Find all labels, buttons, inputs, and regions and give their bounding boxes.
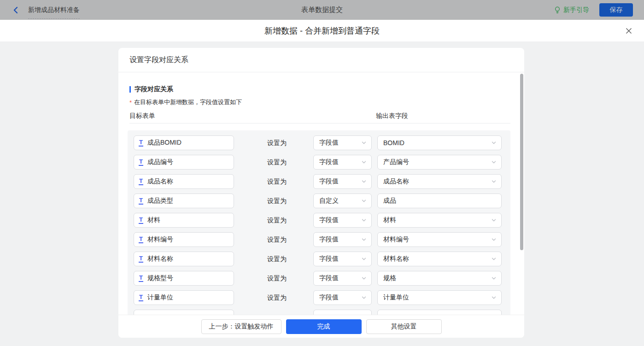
section-title-label: 字段对应关系 [135,85,173,94]
set-as-label: 设置为 [267,232,287,247]
text-field-type-icon: T [139,158,143,166]
text-field-type-icon: T [139,255,143,263]
field-mapping-rows: T 成品BOMID 设置为 字段值 BOMID T 成品编号 设置为 字段值 产… [128,130,510,315]
text-field-type-icon: T [139,197,143,205]
value-mode-selected: 字段值 [319,274,357,282]
value-mode-selected: 字段值 [319,177,357,186]
chevron-down-icon [491,256,497,262]
output-field-select[interactable]: BOMID [377,135,502,150]
value-mode-selected: 字段值 [319,235,357,244]
set-as-label: 设置为 [267,290,287,305]
value-mode-select[interactable]: 字段值 [313,135,372,150]
field-mapping-row: T 成品名称 设置为 字段值 成品名称 [134,174,510,189]
other-settings-button[interactable]: 其他设置 [366,319,442,334]
output-field-select[interactable]: 产品编号 [377,155,502,170]
output-field-select[interactable]: 规格 [377,271,502,286]
set-as-label: 设置为 [267,155,287,170]
chevron-down-icon [361,256,367,262]
chevron-down-icon [361,159,367,165]
set-as-label: 设置为 [267,252,287,266]
card-footer: 上一步：设置触发动作 完成 其他设置 [118,315,524,338]
set-as-label: 设置为 [267,194,287,208]
close-icon[interactable] [625,27,633,35]
field-mapping-row: T 成品类型 设置为 自定义 成品 [134,194,510,208]
chevron-down-icon [361,198,367,204]
target-field-name: 成品BOMID [147,139,181,147]
card-title: 设置字段对应关系 [118,48,524,72]
chevron-down-icon [491,159,497,165]
target-field-input[interactable]: T 材料 [134,213,234,228]
value-mode-select[interactable]: 字段值 [313,252,372,266]
field-mapping-row: T 规格型号 设置为 字段值 规格 [134,271,510,286]
set-as-label: 设置为 [267,213,287,228]
value-mode-selected: 字段值 [319,255,357,263]
field-mapping-row: T 成品编号 设置为 字段值 产品编号 [134,155,510,170]
output-field-select[interactable]: 成品名称 [377,174,502,189]
output-field-select[interactable]: 计量单位 [377,290,502,305]
chevron-down-icon [491,237,497,242]
workflow-title[interactable]: 新增成品材料准备 [28,6,80,14]
output-field-select[interactable]: 材料编号 [377,232,502,247]
value-mode-select[interactable]: 字段值 [313,290,372,305]
value-mode-select[interactable]: 自定义 [313,194,372,208]
field-mapping-row: T 材料 设置为 字段值 材料 [134,213,510,228]
output-field-selected: 材料名称 [383,255,487,263]
chevron-down-icon [491,295,497,300]
target-field-input[interactable]: T 成品BOMID [134,135,234,150]
text-field-type-icon: T [139,139,143,147]
output-field-selected: 材料 [383,216,487,224]
target-field-input[interactable]: T 材料名称 [134,252,234,266]
field-mapping-row: T 材料编号 设置为 字段值 材料编号 [134,232,510,247]
save-button[interactable]: 保存 [599,3,633,17]
target-field-name: 成品名称 [147,177,173,186]
column-headers: 目标表单 输出表字段 [129,112,510,121]
field-mapping-row: T 材料名称 设置为 字段值 材料名称 [134,252,510,266]
chevron-down-icon [491,179,497,184]
card-body: 字段对应关系 * 在目标表单中新增数据，字段值设置如下 目标表单 输出表字段 T… [118,72,524,315]
description-text: 在目标表单中新增数据，字段值设置如下 [134,98,242,106]
target-field-input[interactable]: T 成品名称 [134,174,234,189]
output-field-selected: 成品名称 [383,177,487,186]
value-mode-selected: 字段值 [319,158,357,166]
beginner-guide-link[interactable]: 新手引导 [554,6,589,14]
value-mode-select[interactable]: 字段值 [313,271,372,286]
chevron-down-icon [361,217,367,223]
page-title: 表单数据提交 [0,6,644,14]
modal-body: 设置字段对应关系 字段对应关系 * 在目标表单中新增数据，字段值设置如下 目标表… [0,41,644,346]
chevron-down-icon [361,179,367,184]
value-mode-select[interactable]: 字段值 [313,155,372,170]
value-mode-select[interactable]: 字段值 [313,213,372,228]
topbar: 新增成品材料准备 表单数据提交 新手引导 保存 [0,0,644,20]
scrollbar-thumb[interactable] [520,74,523,250]
output-field-select[interactable] [377,310,502,315]
target-field-input[interactable]: T 材料编号 [134,232,234,247]
set-as-label: 设置为 [267,271,287,286]
column-header-target-form: 目标表单 [129,112,155,120]
target-field-input[interactable]: T 计量单位 [134,290,234,305]
target-field-input[interactable]: T [134,310,234,315]
section-description: * 在目标表单中新增数据，字段值设置如下 [129,98,510,106]
output-field-select[interactable]: 材料 [377,213,502,228]
target-field-input[interactable]: T 成品类型 [134,194,234,208]
target-field-input[interactable]: T 规格型号 [134,271,234,286]
output-field-selected: BOMID [383,139,487,147]
output-field-select[interactable]: 材料名称 [377,252,502,266]
column-header-output-fields: 输出表字段 [376,112,408,120]
value-mode-select[interactable]: 字段值 [313,174,372,189]
set-as-label: 设置为 [267,135,287,150]
done-button[interactable]: 完成 [286,319,362,334]
chevron-down-icon [491,276,497,281]
field-mapping-row: T [134,310,510,315]
field-mapping-row: T 成品BOMID 设置为 字段值 BOMID [134,135,510,150]
target-field-name: 规格型号 [147,274,173,282]
chevron-down-icon [361,237,367,242]
text-field-type-icon: T [139,217,143,224]
text-field-type-icon: T [139,178,143,185]
value-mode-select[interactable] [313,310,372,315]
modal-title: 新增数据 - 合并新增到普通字段 [264,25,380,36]
output-field-select[interactable]: 成品 [377,194,502,208]
back-icon[interactable] [12,6,19,14]
prev-step-button[interactable]: 上一步：设置触发动作 [201,319,281,334]
value-mode-select[interactable]: 字段值 [313,232,372,247]
target-field-input[interactable]: T 成品编号 [134,155,234,170]
